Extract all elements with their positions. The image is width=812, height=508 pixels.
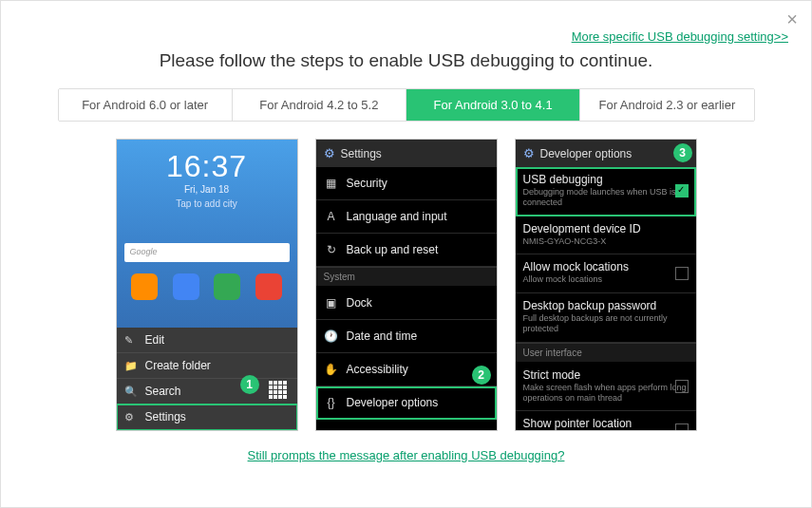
checkbox-icon: [675, 423, 689, 431]
option-title: Show pointer location: [523, 417, 689, 430]
screenshot-step-3: ⚙ Developer options USB debuggingDebuggi…: [515, 139, 697, 431]
settings-item-label: Developer options: [347, 396, 439, 409]
section-header: System: [316, 267, 497, 287]
menu-item-icon: 📁: [124, 360, 138, 372]
settings-item: ▦Security: [316, 167, 497, 200]
tab-android-version[interactable]: For Android 6.0 or later: [59, 89, 233, 121]
settings-item: ▣Dock: [316, 287, 497, 320]
option-title: Development device ID: [523, 222, 689, 235]
header-text: Settings: [341, 147, 382, 160]
developer-option-item: Strict modeMake screen flash when apps p…: [516, 363, 696, 412]
settings-item-icon: ✋: [324, 363, 339, 376]
developer-header: ⚙ Developer options: [516, 140, 696, 167]
settings-item: {}Developer options: [316, 386, 497, 420]
option-desc: Make screen flash when apps perform long…: [523, 383, 689, 404]
header-text: Developer options: [540, 147, 633, 160]
developer-option-item: Allow mock locationsAllow mock locations: [516, 254, 696, 293]
settings-item-icon: ▦: [324, 177, 339, 190]
option-title: Strict mode: [523, 368, 689, 382]
step-badge-1: 1: [240, 375, 259, 394]
menu-item-label: Settings: [145, 410, 186, 423]
option-desc: Allow mock locations: [523, 274, 689, 285]
developer-option-item: Development device IDNMIS-GYAO-NCG3-X: [516, 216, 696, 255]
step-badge-2: 2: [472, 366, 491, 385]
apps-grid-icon: [269, 381, 292, 404]
developer-option-item: Show pointer locationScreen overlay show…: [516, 411, 696, 431]
developer-option-item: USB debuggingDebugging mode launches whe…: [516, 167, 696, 216]
section-header: User interface: [516, 343, 696, 363]
settings-item: ⓘAbout device: [316, 420, 497, 431]
settings-item-label: Language and input: [347, 210, 447, 223]
tab-android-version[interactable]: For Android 4.2 to 5.2: [233, 89, 406, 121]
option-desc: NMIS-GYAO-NCG3-X: [523, 236, 689, 247]
clock-text: 16:37: [117, 140, 297, 184]
developer-option-item: Desktop backup passwordFull desktop back…: [516, 293, 696, 343]
app-icon: [255, 273, 282, 300]
settings-item-icon: ↻: [324, 243, 339, 256]
screenshot-row: 16:37 Fri, Jan 18 Tap to add city Google…: [24, 139, 788, 431]
menu-item-label: Edit: [145, 333, 165, 347]
settings-item-label: Dock: [347, 296, 372, 310]
settings-item: 🕐Date and time: [316, 320, 497, 353]
option-title: Desktop backup password: [523, 299, 689, 312]
screenshot-step-2: ⚙ Settings ▦SecurityALanguage and input↻…: [315, 139, 498, 431]
menu-item-icon: ⚙: [124, 411, 138, 423]
home-app-icons: [117, 273, 297, 300]
lockscreen-bg: 16:37 Fri, Jan 18 Tap to add city Google…: [117, 140, 297, 430]
settings-item-label: About device: [347, 431, 412, 432]
app-icon: [173, 273, 199, 300]
gear-icon: ⚙: [324, 146, 335, 160]
screenshot-step-1: 16:37 Fri, Jan 18 Tap to add city Google…: [116, 139, 298, 431]
option-title: USB debugging: [523, 173, 689, 186]
dialog-title: Please follow the steps to enable USB de…: [24, 50, 788, 71]
checkbox-icon: [675, 267, 689, 280]
checkbox-icon: [675, 380, 689, 393]
tab-android-version[interactable]: For Android 2.3 or earlier: [580, 89, 753, 121]
settings-item-icon: ⓘ: [324, 429, 339, 431]
settings-item: ALanguage and input: [316, 200, 497, 234]
still-prompts-link[interactable]: Still prompts the message after enabling…: [248, 448, 565, 462]
settings-list: ▦SecurityALanguage and input↻Back up and…: [316, 167, 497, 431]
android-version-tabs: For Android 6.0 or laterFor Android 4.2 …: [58, 88, 755, 122]
checkbox-icon: [675, 184, 689, 198]
bottom-link-row: Still prompts the message after enabling…: [24, 446, 788, 463]
tab-android-version[interactable]: For Android 3.0 to 4.1: [406, 89, 580, 121]
settings-header: ⚙ Settings: [316, 140, 497, 167]
option-desc: Full desktop backups are not currently p…: [523, 313, 689, 334]
menu-item-icon: ✎: [124, 334, 138, 347]
date-text: Fri, Jan 18: [117, 184, 297, 195]
gear-icon: ⚙: [523, 146, 535, 160]
app-icon: [131, 273, 158, 300]
menu-item-label: Search: [145, 385, 181, 398]
option-title: Allow mock locations: [523, 260, 689, 273]
settings-item-label: Accessibility: [347, 363, 408, 376]
settings-item-label: Security: [347, 177, 387, 190]
context-menu: ✎Edit📁Create folder🔍Search⚙Settings: [117, 328, 297, 430]
option-desc: Debugging mode launches when USB is conn…: [523, 187, 689, 208]
app-icon: [214, 273, 240, 300]
settings-item-icon: 🕐: [324, 329, 339, 343]
tap-hint: Tap to add city: [117, 198, 297, 209]
settings-item: ✋Accessibility: [316, 353, 497, 386]
menu-item-label: Create folder: [145, 359, 211, 372]
top-link-row: More specific USB debugging setting>>: [24, 28, 788, 45]
step-badge-3: 3: [673, 143, 692, 162]
developer-list: USB debuggingDebugging mode launches whe…: [516, 167, 696, 431]
settings-item-icon: A: [324, 210, 339, 223]
settings-item-label: Back up and reset: [347, 243, 439, 256]
settings-item-icon: ▣: [324, 296, 339, 310]
google-search-bar: Google: [124, 243, 290, 262]
settings-item: ↻Back up and reset: [316, 234, 497, 267]
usb-debugging-dialog: × More specific USB debugging setting>> …: [0, 0, 812, 508]
menu-item-icon: 🔍: [124, 386, 138, 398]
settings-item-label: Date and time: [347, 329, 418, 343]
more-settings-link[interactable]: More specific USB debugging setting>>: [572, 29, 788, 44]
context-menu-item: ✎Edit: [117, 328, 297, 353]
close-icon[interactable]: ×: [786, 9, 798, 30]
settings-item-icon: {}: [324, 396, 339, 409]
context-menu-item: ⚙Settings: [117, 405, 297, 430]
context-menu-item: 📁Create folder: [117, 353, 297, 379]
